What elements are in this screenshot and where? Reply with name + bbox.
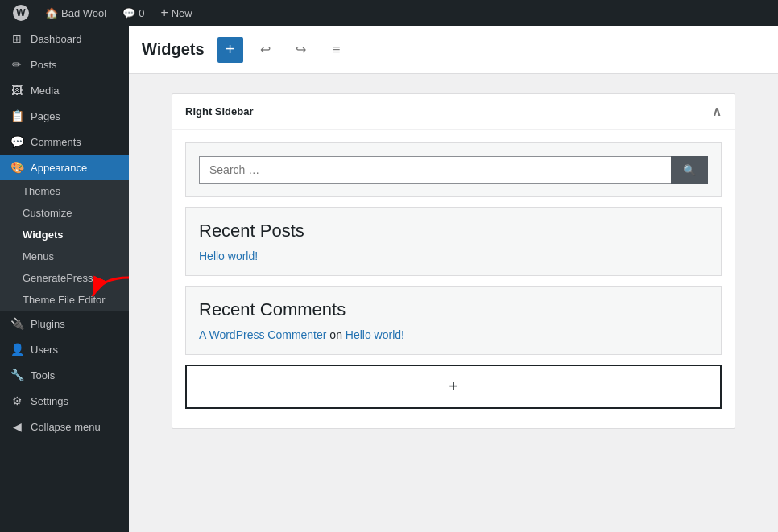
sidebar-label-media: Media bbox=[31, 85, 59, 97]
widgets-header: Widgets + ↩ ↪ ≡ bbox=[129, 26, 778, 74]
comment-on-text: on bbox=[329, 328, 345, 341]
collapse-icon: ◀ bbox=[10, 420, 24, 433]
page-title: Widgets bbox=[142, 40, 205, 59]
main-layout: ⊞ Dashboard ✏ Posts 🖼 Media 📋 Pages 💬 Co… bbox=[0, 26, 778, 532]
search-button[interactable]: 🔍 bbox=[671, 156, 708, 184]
content-area: Widgets + ↩ ↪ ≡ Right Sidebar ∧ bbox=[129, 26, 778, 532]
new-item[interactable]: + New bbox=[154, 0, 198, 26]
sidebar-label-users: Users bbox=[31, 344, 58, 356]
pages-icon: 📋 bbox=[10, 109, 24, 122]
options-button[interactable]: ≡ bbox=[324, 37, 350, 63]
media-icon: 🖼 bbox=[10, 84, 24, 97]
sidebar-item-collapse[interactable]: ◀ Collapse menu bbox=[0, 414, 129, 439]
sidebar-item-users[interactable]: 👤 Users bbox=[0, 336, 129, 362]
tools-icon: 🔧 bbox=[10, 369, 24, 381]
comment-text: A WordPress Commenter on Hello world! bbox=[199, 328, 404, 341]
plugins-icon: 🔌 bbox=[10, 317, 24, 330]
sidebar-item-pages[interactable]: 📋 Pages bbox=[0, 103, 129, 129]
add-block-button[interactable]: + bbox=[217, 37, 243, 63]
sidebar-label-dashboard: Dashboard bbox=[31, 33, 82, 45]
undo-button[interactable]: ↩ bbox=[253, 37, 279, 63]
settings-icon: ⚙ bbox=[10, 394, 24, 407]
sidebar-item-appearance[interactable]: 🎨 Appearance bbox=[0, 155, 129, 180]
sidebar-label-plugins: Plugins bbox=[31, 318, 65, 330]
admin-bar: W 🏠 Bad Wool 💬 0 + New bbox=[0, 0, 778, 26]
recent-comments-title: Recent Comments bbox=[199, 299, 708, 320]
comments-item[interactable]: 💬 0 bbox=[116, 0, 151, 26]
recent-post-link[interactable]: Hello world! bbox=[199, 250, 258, 262]
redo-button[interactable]: ↪ bbox=[288, 37, 314, 63]
comment-author-link[interactable]: A WordPress Commenter bbox=[199, 328, 326, 341]
add-widget-icon: + bbox=[449, 377, 458, 396]
sidebar-label-settings: Settings bbox=[31, 395, 68, 407]
widget-panel-body: 🔍 Recent Posts Hello world! Recent Comme… bbox=[172, 130, 735, 428]
comments-count: 0 bbox=[139, 7, 144, 19]
search-row: 🔍 bbox=[199, 156, 708, 184]
add-widget-button[interactable]: + bbox=[185, 365, 722, 409]
wp-logo-item[interactable]: W bbox=[6, 0, 35, 26]
users-icon: 👤 bbox=[10, 343, 24, 356]
recent-comments-widget: Recent Comments A WordPress Commenter on… bbox=[185, 286, 722, 355]
comment-post-link[interactable]: Hello world! bbox=[346, 328, 404, 341]
sidebar-item-media[interactable]: 🖼 Media bbox=[0, 77, 129, 103]
comments-icon: 💬 bbox=[122, 7, 135, 19]
submenu-widgets[interactable]: Widgets bbox=[0, 224, 129, 245]
search-icon: 🔍 bbox=[683, 164, 696, 176]
plus-icon: + bbox=[160, 6, 168, 20]
sidebar-item-comments[interactable]: 💬 Comments bbox=[0, 129, 129, 155]
comments-nav-icon: 💬 bbox=[10, 135, 24, 148]
site-name-item[interactable]: 🏠 Bad Wool bbox=[39, 0, 113, 26]
sidebar: ⊞ Dashboard ✏ Posts 🖼 Media 📋 Pages 💬 Co… bbox=[0, 26, 129, 532]
submenu-themes[interactable]: Themes bbox=[0, 180, 129, 202]
widgets-content: Right Sidebar ∧ 🔍 bbox=[129, 74, 778, 532]
recent-posts-title: Recent Posts bbox=[199, 221, 708, 241]
home-icon: 🏠 bbox=[45, 7, 58, 19]
widget-panel-header: Right Sidebar ∧ bbox=[172, 94, 735, 130]
widget-panel-title: Right Sidebar bbox=[185, 105, 254, 118]
sidebar-item-plugins[interactable]: 🔌 Plugins bbox=[0, 311, 129, 336]
sidebar-label-pages: Pages bbox=[31, 110, 60, 122]
submenu-theme-file-editor[interactable]: Theme File Editor bbox=[0, 289, 129, 311]
recent-posts-widget: Recent Posts Hello world! bbox=[185, 207, 722, 276]
posts-icon: ✏ bbox=[10, 58, 24, 71]
sidebar-label-collapse: Collapse menu bbox=[31, 421, 101, 433]
chevron-up-icon[interactable]: ∧ bbox=[712, 104, 722, 119]
submenu-customize[interactable]: Customize bbox=[0, 202, 129, 224]
wp-logo-icon: W bbox=[13, 5, 29, 21]
search-input[interactable] bbox=[199, 156, 671, 184]
dashboard-icon: ⊞ bbox=[10, 32, 24, 45]
sidebar-item-settings[interactable]: ⚙ Settings bbox=[0, 388, 129, 414]
new-label: New bbox=[172, 7, 192, 19]
sidebar-item-dashboard[interactable]: ⊞ Dashboard bbox=[0, 26, 129, 52]
widget-panel-right-sidebar: Right Sidebar ∧ 🔍 bbox=[172, 93, 735, 429]
submenu-generatepress[interactable]: GeneratePress bbox=[0, 267, 129, 289]
sidebar-label-appearance: Appearance bbox=[31, 162, 87, 174]
sidebar-item-posts[interactable]: ✏ Posts bbox=[0, 52, 129, 77]
sidebar-item-tools[interactable]: 🔧 Tools bbox=[0, 362, 129, 388]
site-name-label: Bad Wool bbox=[61, 7, 106, 19]
appearance-icon: 🎨 bbox=[10, 161, 24, 174]
submenu-menus[interactable]: Menus bbox=[0, 245, 129, 267]
sidebar-label-posts: Posts bbox=[31, 59, 57, 71]
appearance-submenu: Themes Customize Widgets Menus GenerateP… bbox=[0, 180, 129, 311]
sidebar-label-comments: Comments bbox=[31, 136, 81, 148]
sidebar-label-tools: Tools bbox=[31, 369, 55, 381]
search-widget: 🔍 bbox=[185, 142, 722, 197]
